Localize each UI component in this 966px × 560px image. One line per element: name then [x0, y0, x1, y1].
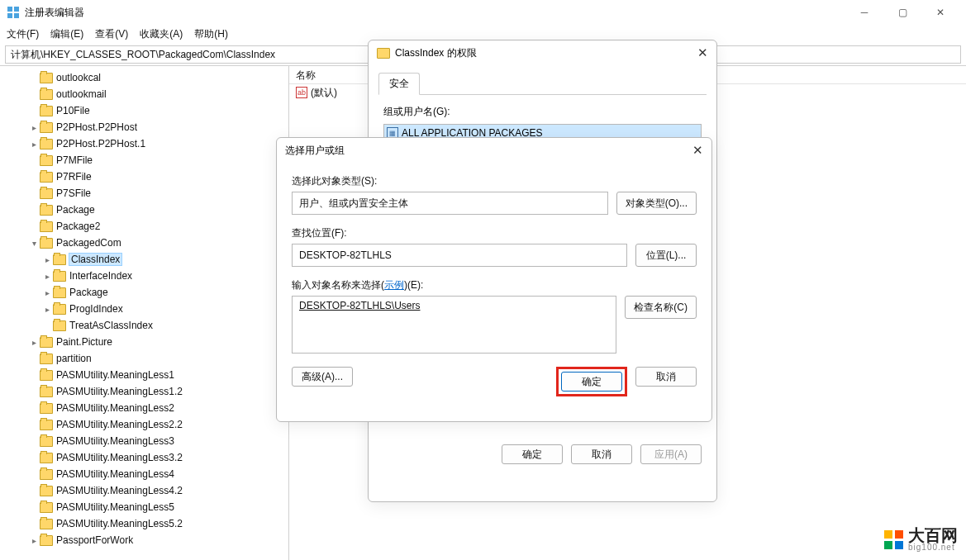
- menu-edit[interactable]: 编辑(E): [50, 27, 83, 41]
- folder-icon: [40, 238, 53, 249]
- tree-item[interactable]: ·outlookmail: [2, 86, 287, 102]
- tree-item[interactable]: ·P7SFile: [2, 185, 287, 202]
- advanced-button[interactable]: 高级(A)...: [292, 367, 353, 387]
- address-text: 计算机\HKEY_CLASSES_ROOT\PackagedCom\ClassI…: [11, 48, 275, 62]
- sel-ok-button[interactable]: 确定: [561, 372, 622, 392]
- tree-item-label: PASMUtility.MeaningLess1: [56, 369, 174, 381]
- chevron-right-icon: ·: [28, 354, 40, 363]
- menu-file[interactable]: 文件(F): [7, 27, 39, 41]
- folder-icon: [40, 436, 53, 447]
- tree-item[interactable]: ·PASMUtility.MeaningLess1.2: [2, 383, 287, 400]
- check-names-button[interactable]: 检查名称(C): [625, 296, 697, 319]
- close-button[interactable]: ✕: [921, 0, 959, 25]
- chevron-right-icon: ·: [41, 321, 53, 330]
- close-icon[interactable]: ✕: [697, 45, 708, 60]
- chevron-right-icon[interactable]: ▸: [28, 140, 40, 149]
- tree-item[interactable]: ·PASMUtility.MeaningLess1: [2, 367, 287, 383]
- tree-item[interactable]: ·PASMUtility.MeaningLess3.2: [2, 449, 287, 466]
- menu-view[interactable]: 查看(V): [95, 27, 128, 41]
- tree-item[interactable]: ▸ClassIndex: [2, 251, 287, 268]
- sel-dialog-header[interactable]: 选择用户或组 ✕: [277, 138, 711, 163]
- folder-icon: [40, 420, 53, 430]
- location-label: 查找位置(F):: [292, 226, 697, 240]
- tree-item[interactable]: ·TreatAsClassIndex: [2, 317, 287, 334]
- object-names-input[interactable]: DESKTOP-82TLHLS\Users: [292, 296, 616, 354]
- menu-help[interactable]: 帮助(H): [194, 27, 228, 41]
- chevron-right-icon[interactable]: ▸: [28, 536, 40, 545]
- tree-item[interactable]: ·partition: [2, 350, 287, 367]
- chevron-right-icon: ·: [28, 453, 40, 463]
- chevron-right-icon: ·: [28, 404, 40, 413]
- tree-item-label: P2PHost.P2PHost.1: [56, 138, 145, 149]
- tree-item[interactable]: ▾PackagedCom: [2, 235, 287, 251]
- tree-item-label: outlookcal: [56, 72, 101, 83]
- chevron-right-icon[interactable]: ▸: [41, 288, 53, 297]
- perm-ok-button[interactable]: 确定: [502, 444, 563, 464]
- string-icon: ab: [296, 87, 307, 98]
- tree-item[interactable]: ·PASMUtility.MeaningLess3: [2, 433, 287, 449]
- object-names-value: DESKTOP-82TLHLS\Users: [299, 300, 421, 311]
- tree-item-label: Package2: [56, 221, 100, 232]
- tree-item-label: outlookmail: [56, 88, 107, 100]
- watermark: 大百网 big100.net: [884, 527, 958, 552]
- folder-icon: [53, 304, 66, 315]
- examples-link[interactable]: 示例: [384, 279, 404, 291]
- sel-cancel-button[interactable]: 取消: [635, 367, 697, 387]
- locations-button[interactable]: 位置(L)...: [635, 244, 697, 267]
- tree-item[interactable]: ▸Package: [2, 284, 287, 301]
- tree-item-label: TreatAsClassIndex: [69, 320, 153, 331]
- tree-item-label: P2PHost.P2PHost: [56, 121, 137, 133]
- chevron-right-icon[interactable]: ▸: [28, 123, 40, 132]
- perm-dialog-header[interactable]: ClassIndex 的权限 ✕: [369, 40, 716, 65]
- folder-icon: [377, 48, 390, 59]
- tree-item-label: PASMUtility.MeaningLess4: [56, 468, 174, 480]
- svg-rect-2: [7, 13, 12, 18]
- tree-item[interactable]: ·PASMUtility.MeaningLess5.2: [2, 515, 287, 532]
- tree-item-label: PASMUtility.MeaningLess4.2: [56, 485, 183, 496]
- chevron-right-icon: ·: [28, 520, 40, 529]
- chevron-right-icon[interactable]: ▸: [41, 255, 53, 264]
- chevron-right-icon: ·: [28, 420, 40, 429]
- menu-fav[interactable]: 收藏夹(A): [140, 27, 183, 41]
- tree-item-label: PASMUtility.MeaningLess5.2: [56, 518, 183, 529]
- tree-item[interactable]: ·P7RFile: [2, 168, 287, 185]
- tree-item[interactable]: ▸PassportForWork: [2, 532, 287, 548]
- tree-item[interactable]: ·PASMUtility.MeaningLess4.2: [2, 482, 287, 499]
- tree-item-label: InterfaceIndex: [69, 270, 132, 282]
- chevron-right-icon[interactable]: ▸: [41, 305, 53, 314]
- chevron-right-icon: ·: [28, 74, 40, 83]
- chevron-right-icon[interactable]: ▸: [41, 272, 53, 281]
- perm-cancel-button[interactable]: 取消: [571, 444, 632, 464]
- tree-item[interactable]: ·PASMUtility.MeaningLess5: [2, 499, 287, 515]
- chevron-right-icon: ·: [28, 189, 40, 198]
- close-icon[interactable]: ✕: [692, 143, 703, 158]
- folder-icon: [53, 254, 66, 265]
- minimize-button[interactable]: ─: [845, 0, 883, 25]
- tree-item-label: P7SFile: [56, 187, 91, 199]
- tree-panel[interactable]: ·outlookcal·outlookmail·P10File▸P2PHost.…: [0, 66, 289, 560]
- tree-item[interactable]: ·PASMUtility.MeaningLess2: [2, 400, 287, 416]
- tree-item-label: PASMUtility.MeaningLess1.2: [56, 386, 183, 397]
- tree-item[interactable]: ▸Paint.Picture: [2, 334, 287, 350]
- folder-icon: [40, 403, 53, 414]
- watermark-title: 大百网: [908, 527, 958, 543]
- tree-item[interactable]: ·outlookcal: [2, 69, 287, 86]
- svg-rect-0: [7, 7, 12, 12]
- chevron-right-icon[interactable]: ▸: [28, 338, 40, 347]
- tab-security[interactable]: 安全: [378, 73, 420, 95]
- tree-item-label: P10File: [56, 105, 90, 116]
- tree-item[interactable]: ·Package: [2, 202, 287, 218]
- tree-item[interactable]: ·Package2: [2, 218, 287, 235]
- perm-apply-button: 应用(A): [640, 444, 702, 464]
- tree-item[interactable]: ·PASMUtility.MeaningLess4: [2, 466, 287, 482]
- tree-item[interactable]: ▸P2PHost.P2PHost: [2, 119, 287, 135]
- tree-item[interactable]: ·PASMUtility.MeaningLess2.2: [2, 416, 287, 433]
- maximize-button[interactable]: ▢: [883, 0, 921, 25]
- tree-item[interactable]: ▸P2PHost.P2PHost.1: [2, 135, 287, 152]
- tree-item[interactable]: ▸InterfaceIndex: [2, 268, 287, 284]
- object-types-button[interactable]: 对象类型(O)...: [616, 192, 697, 215]
- chevron-down-icon[interactable]: ▾: [28, 239, 40, 248]
- tree-item[interactable]: ▸ProgIdIndex: [2, 301, 287, 317]
- tree-item[interactable]: ·P10File: [2, 102, 287, 119]
- tree-item[interactable]: ·P7MFile: [2, 152, 287, 168]
